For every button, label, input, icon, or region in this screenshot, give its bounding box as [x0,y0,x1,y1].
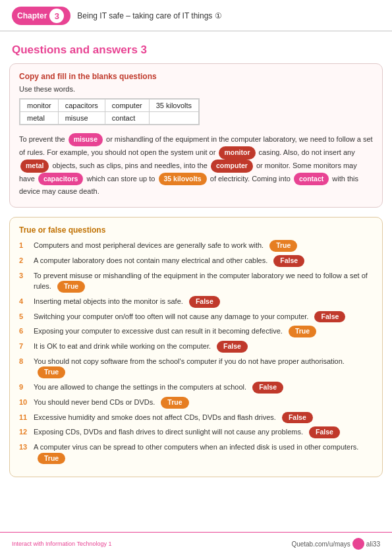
footer-user-text: ali33 [366,540,380,548]
word-table: monitor capacitors computer 35 kilovolts… [19,98,200,125]
list-item: 1 Computers and most peripheral devices … [19,240,373,252]
item-number: 7 [19,341,31,352]
footer-left-text: Interact with Information Technology 1 [12,540,291,547]
footer-site-text: Quetab.com/u/mays [291,540,350,548]
item-text: Exposing your computer to excessive dust… [34,326,373,337]
fill-section: Copy and fill in the blanks questions Us… [9,63,383,208]
item-number: 8 [19,356,31,367]
item-number: 12 [19,426,31,438]
answer-badge: False [189,296,220,308]
list-item: 6 Exposing your computer to excessive du… [19,326,373,337]
item-text: A computer virus can be spread to other … [34,442,373,464]
item-text: Excessive humidity and smoke does not af… [34,412,373,424]
item-number: 2 [19,255,31,266]
list-item: 2 A computer laboratory does not contain… [19,255,373,267]
word-cell: contact [105,112,149,125]
fill-section-title: Copy and fill in the blanks questions [19,72,373,81]
chapter-number: 3 [49,9,64,23]
list-item: 5 Switching your computer on/off too oft… [19,311,373,323]
list-item: 10 You should never bend CDs or DVDs. Tr… [19,397,373,409]
word-cell: capacitors [58,100,105,112]
fill-section-subtitle: Use these words. [19,85,373,93]
answer-badge: False [273,255,304,267]
item-number: 3 [19,270,31,281]
list-item: 13 A computer virus can be spread to oth… [19,442,373,464]
page-header: Chapter 3 Being IT safe – taking care of… [0,0,392,32]
item-text: You should never bend CDs or DVDs. True [34,397,373,409]
word-cell: 35 kilovolts [149,100,198,112]
word-cell [149,112,198,125]
item-text: You are allowed to change the settings i… [34,382,373,394]
item-number: 5 [19,311,31,322]
answer-badge: True [38,453,65,465]
item-number: 1 [19,240,31,251]
item-text: Inserting metal objects into the monitor… [34,296,373,308]
answer-badge: False [314,311,345,323]
list-item: 9 You are allowed to change the settings… [19,382,373,394]
footer-right: Quetab.com/u/mays ali33 [291,538,380,550]
tf-section: True or false questions 1 Computers and … [9,217,383,477]
word-cell: misuse [58,112,105,125]
keyword-misuse: misuse [69,133,103,146]
list-item: 3 To prevent misuse or mishandling of th… [19,270,373,293]
list-item: 8 You should not copy software from the … [19,356,373,378]
item-text: Exposing CDs, DVDs and flash drives to d… [34,426,373,438]
list-item: 4 Inserting metal objects into the monit… [19,296,373,308]
answer-badge: False [252,382,283,394]
item-number: 9 [19,382,31,393]
answer-badge: False [282,412,313,424]
list-item: 12 Exposing CDs, DVDs and flash drives t… [19,426,373,438]
chapter-badge: Chapter 3 [12,7,70,25]
answer-badge: True [57,281,85,293]
answer-badge: True [161,397,188,409]
tf-list: 1 Computers and most peripheral devices … [19,240,373,464]
item-number: 4 [19,296,31,307]
item-text: A computer laboratory does not contain m… [34,255,373,267]
item-text: Switching your computer on/off too often… [34,311,373,323]
chapter-label: Chapter [17,11,47,20]
word-cell: metal [20,112,59,125]
keyword-monitor: monitor [219,146,255,160]
list-item: 7 It is OK to eat and drink while workin… [19,341,373,353]
chapter-title: Being IT safe – taking care of IT things… [77,11,221,20]
tf-section-title: True or false questions [19,225,373,235]
fill-paragraph: To prevent the misuse or mishandling of … [19,133,373,198]
keyword-kilovolts: 35 kilovolts [159,173,207,186]
list-item: 11 Excessive humidity and smoke does not… [19,412,373,424]
item-number: 6 [19,326,31,337]
answer-badge: False [309,426,340,438]
item-number: 13 [19,442,31,453]
answer-badge: False [217,341,248,353]
word-cell: computer [105,100,149,112]
answer-badge: True [38,366,65,378]
page-title: Questions and answers 3 [12,44,380,57]
item-number: 11 [19,412,31,423]
item-number: 10 [19,397,31,408]
keyword-metal: metal [20,160,49,173]
footer-circle-icon [352,538,364,550]
item-text: Computers and most peripheral devices ar… [34,240,373,252]
page-footer: Interact with Information Technology 1 Q… [0,532,392,555]
item-text: You should not copy software from the sc… [34,356,373,378]
answer-badge: True [289,326,316,337]
keyword-computer: computer [211,160,253,173]
item-text: It is OK to eat and drink while working … [34,341,373,353]
keyword-contact: contact [294,173,329,186]
keyword-capacitors: capacitors [38,173,84,186]
answer-badge: True [269,240,297,252]
word-cell: monitor [20,100,59,112]
item-text: To prevent misuse or mishandling of the … [34,270,373,293]
